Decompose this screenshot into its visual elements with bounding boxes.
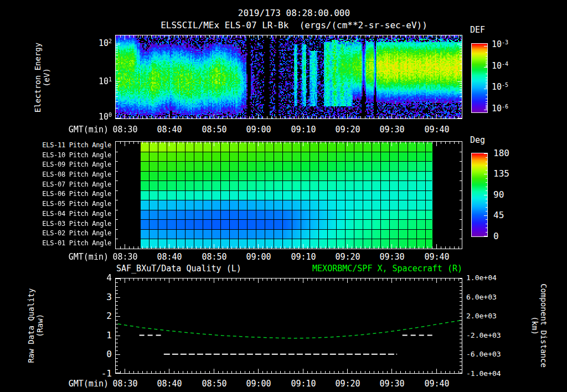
observation-datetime: 2019/173 08:28:00.000	[115, 8, 473, 18]
panel3-x-axis-label: GMT(min)	[55, 379, 109, 389]
panel1-y-tick-10: 101	[83, 77, 112, 86]
quality-distance-panel	[115, 278, 462, 374]
panel3-y-tick-4: 4	[89, 273, 112, 283]
panel1-x-tick-0840: 08:40	[153, 125, 186, 135]
row-label-els07: ELS-07 Pitch Angle	[33, 181, 111, 189]
panel3-right-tick-neg6e3: -6.0e+03	[466, 350, 501, 359]
colorbar2-tick-45: 45	[493, 210, 504, 220]
panel2-x-tick-0830: 08:30	[109, 252, 142, 262]
electron-energy-spectrogram-canvas	[116, 35, 462, 118]
pitch-angle-grid-canvas	[116, 142, 462, 249]
colorbar1-tick-1e-5: 10-5	[492, 82, 508, 92]
colorbar1-tick-1e-3: 10-3	[492, 40, 508, 49]
panel2-x-axis-label: GMT(min)	[55, 252, 109, 262]
panel3-x-tick-0910: 09:10	[287, 379, 320, 389]
panel2-x-tick-0940: 09:40	[420, 252, 453, 262]
panel3-x-tick-0900: 09:00	[242, 379, 275, 389]
panel3-x-tick-0840: 08:40	[153, 379, 186, 389]
panel2-x-tick-0900: 09:00	[242, 252, 275, 262]
panel2-x-tick-0850: 08:50	[198, 252, 231, 262]
colorbar2-title: Deg	[470, 136, 485, 145]
deg-colorbar	[471, 153, 488, 237]
panel3-right-tick-neg1e4: -1.0e+04	[466, 370, 501, 378]
panel2-x-tick-0930: 09:30	[375, 252, 409, 262]
panel1-x-axis-label: GMT(min)	[55, 125, 109, 135]
row-label-els09: ELS-09 Pitch Angle	[33, 161, 111, 169]
row-label-els11: ELS-11 Pitch Angle	[33, 142, 111, 149]
panel1-y-axis-label-line1: Electron Energy	[33, 30, 42, 125]
panel3-y-tick-neg1: -1	[89, 369, 112, 379]
row-label-els03: ELS-03 Pitch Angle	[33, 220, 111, 228]
deg-colorbar-canvas	[472, 153, 487, 236]
panel3-right-tick-1e4: 1.0e+04	[466, 274, 497, 282]
panel3-right-y-axis-label-line2: (km)	[530, 278, 539, 373]
panel3-right-y-axis-label: Component Distance (km)	[528, 278, 548, 373]
colorbar2-tick-0: 0	[493, 231, 499, 241]
panel1-y-tick-1: 100	[83, 112, 112, 122]
row-label-els05: ELS-05 Pitch Angle	[33, 200, 111, 208]
panel3-y-tick-0: 0	[89, 349, 112, 359]
panel3-left-y-axis-label: Raw Data Quality (Raw)	[27, 278, 47, 373]
panel1-x-tick-0940: 09:40	[420, 125, 453, 135]
row-label-els06: ELS-06 Pitch Angle	[33, 190, 111, 198]
panel2-x-tick-0910: 09:10	[287, 252, 320, 262]
colorbar1-tick-1e-4: 10-4	[492, 61, 508, 71]
spectrogram-title: ELSSCIL/MEx ELS-07 LR-Bk (ergs/(cm**2-sr…	[115, 20, 473, 30]
panel3-y-tick-3: 3	[89, 292, 112, 302]
pitch-angle-panel	[115, 141, 462, 249]
panel3-x-tick-0930: 09:30	[375, 379, 409, 389]
row-label-els02: ELS-02 Pitch Angle	[33, 230, 111, 238]
row-label-els01: ELS-01 Pitch Angle	[33, 240, 111, 247]
panel1-y-tick-100: 102	[83, 39, 112, 48]
row-label-els10: ELS-10 Pitch Angle	[33, 152, 111, 159]
panel3-y-tick-1: 1	[89, 331, 112, 341]
colorbar2-tick-180: 180	[493, 148, 509, 158]
panel1-x-tick-0910: 09:10	[287, 125, 320, 135]
panel3-y-tick-2: 2	[89, 311, 112, 321]
panel3-right-tick-6e3: 6.0e+03	[466, 293, 497, 302]
spectrogram-panel	[115, 35, 462, 119]
panel1-x-tick-0850: 08:50	[198, 125, 231, 135]
colorbar2-tick-90: 90	[493, 190, 504, 200]
colorbar1-title: DEF	[470, 25, 485, 35]
colorbar1-tick-1e-6: 10-6	[492, 104, 508, 114]
panel3-x-tick-0940: 09:40	[420, 379, 453, 389]
panel1-x-tick-0830: 08:30	[109, 125, 142, 135]
panel3-left-y-axis-label-line1: Raw Data Quality	[27, 278, 35, 373]
panel3-right-y-axis-label-line1: Component Distance	[539, 278, 548, 373]
panel3-x-tick-0920: 09:20	[331, 379, 364, 389]
def-colorbar-canvas	[472, 44, 487, 112]
def-colorbar	[471, 43, 488, 113]
colorbar2-tick-135: 135	[493, 169, 509, 179]
plot-figure: 2019/173 08:28:00.000 ELSSCIL/MEx ELS-07…	[0, 0, 567, 392]
panel2-x-tick-0840: 08:40	[153, 252, 186, 262]
panel1-y-axis-label: Electron Energy (eV)	[33, 30, 53, 125]
panel3-x-tick-0830: 08:30	[109, 379, 142, 389]
quality-distance-plot-canvas	[116, 278, 462, 373]
panel3-right-tick-2e3: 2.0e+03	[466, 312, 497, 321]
panel3-right-tick-neg2e3: -2.0e+03	[466, 332, 501, 340]
panel1-x-tick-0920: 09:20	[331, 125, 364, 135]
panel3-right-series-title: MEXORBMC/SPF X, Spacecraft (R)	[115, 264, 462, 274]
row-label-els08: ELS-08 Pitch Angle	[33, 171, 111, 179]
row-label-els04: ELS-04 Pitch Angle	[33, 210, 111, 218]
panel1-x-tick-0930: 09:30	[375, 125, 409, 135]
panel1-x-tick-0900: 09:00	[242, 125, 275, 135]
panel2-x-tick-0920: 09:20	[331, 252, 364, 262]
panel3-x-tick-0850: 08:50	[198, 379, 231, 389]
panel1-y-axis-label-line2: (eV)	[42, 30, 51, 125]
panel3-left-y-axis-label-line2: (Raw)	[35, 278, 44, 373]
